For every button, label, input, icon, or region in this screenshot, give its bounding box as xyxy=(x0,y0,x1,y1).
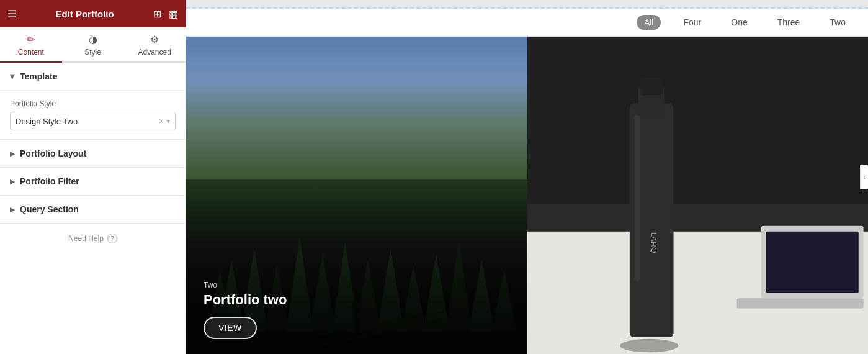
template-section-label: Template xyxy=(20,71,57,81)
portfolio-layout-section-header[interactable]: ▶ Portfolio Layout xyxy=(0,140,186,168)
view-btn-forest[interactable]: VIEW xyxy=(204,317,257,339)
select-arrow-icon: ▾ xyxy=(166,117,170,125)
filter-btn-four[interactable]: Four xyxy=(676,15,709,30)
svg-rect-27 xyxy=(634,115,640,282)
top-bar: ☰ Edit Portfolio ⊞ ▦ xyxy=(0,0,186,27)
template-section-body: Portfolio Style Design Style Two × ▾ xyxy=(0,91,186,140)
portfolio-style-value: Design Style Two xyxy=(16,117,159,126)
portfolio-title-forest: Portfolio two xyxy=(204,292,510,308)
template-section-header[interactable]: ▶ Template xyxy=(0,63,186,91)
grid-icon[interactable]: ⊞ xyxy=(153,8,161,20)
tabs-bar: ✏ Content ◑ Style ⚙ Advanced xyxy=(0,27,186,63)
svg-point-23 xyxy=(620,339,678,353)
query-section-label: Query Section xyxy=(20,204,79,214)
filter-btn-three[interactable]: Three xyxy=(770,15,808,30)
top-dashed-bar xyxy=(186,0,868,9)
right-panel: All Four One Three Two xyxy=(186,0,868,354)
portfolio-grid: Two Portfolio two VIEW xyxy=(186,37,868,354)
layout-icon[interactable]: ▦ xyxy=(169,8,178,20)
top-bar-right-icons: ⊞ ▦ xyxy=(153,8,178,20)
portfolio-item-forest: Two Portfolio two VIEW xyxy=(186,37,527,354)
tab-style-label: Style xyxy=(84,48,101,57)
portfolio-category-forest: Two xyxy=(204,281,510,289)
menu-icon[interactable]: ☰ xyxy=(7,8,16,20)
panel-content: ▶ Template Portfolio Style Design Style … xyxy=(0,63,186,354)
svg-rect-26 xyxy=(640,78,663,95)
help-icon[interactable]: ? xyxy=(107,234,117,243)
portfolio-filter-section-header[interactable]: ▶ Portfolio Filter xyxy=(0,168,186,196)
template-chevron-icon: ▶ xyxy=(9,74,16,79)
portfolio-overlay-forest: Two Portfolio two VIEW xyxy=(186,266,527,354)
layout-chevron-icon: ▶ xyxy=(10,150,15,157)
tab-advanced[interactable]: ⚙ Advanced xyxy=(123,27,186,63)
filter-btn-two[interactable]: Two xyxy=(822,15,853,30)
portfolio-layout-label: Portfolio Layout xyxy=(20,148,86,158)
need-help-text: Need Help xyxy=(68,234,104,243)
style-tab-icon: ◑ xyxy=(89,34,97,45)
svg-rect-21 xyxy=(527,37,869,204)
query-section-header[interactable]: ▶ Query Section xyxy=(0,196,186,224)
tab-content[interactable]: ✏ Content xyxy=(0,27,62,63)
filter-bar: All Four One Three Two xyxy=(186,9,868,37)
filter-chevron-icon: ▶ xyxy=(10,178,15,185)
tab-advanced-label: Advanced xyxy=(138,48,171,57)
portfolio-image-bottle: LARQ xyxy=(527,37,869,354)
query-chevron-icon: ▶ xyxy=(10,206,15,213)
svg-rect-31 xyxy=(736,298,863,308)
tab-content-label: Content xyxy=(18,48,44,57)
portfolio-style-label: Portfolio Style xyxy=(10,99,176,108)
panel-title: Edit Portfolio xyxy=(55,9,114,19)
left-panel: ☰ Edit Portfolio ⊞ ▦ ✏ Content ◑ Style ⚙… xyxy=(0,0,186,354)
portfolio-filter-label: Portfolio Filter xyxy=(20,176,79,186)
select-clear-icon[interactable]: × xyxy=(159,116,164,126)
top-bar-left-icons: ☰ xyxy=(7,8,16,20)
bottle-svg: LARQ xyxy=(527,37,869,354)
filter-btn-all[interactable]: All xyxy=(637,15,661,30)
portfolio-item-bottle: LARQ xyxy=(527,37,869,354)
portfolio-style-select[interactable]: Design Style Two × ▾ xyxy=(10,112,176,130)
svg-text:LARQ: LARQ xyxy=(650,232,658,253)
need-help-area: Need Help ? xyxy=(0,224,186,253)
content-tab-icon: ✏ xyxy=(27,34,35,45)
svg-rect-30 xyxy=(766,232,858,293)
filter-btn-one[interactable]: One xyxy=(723,15,754,30)
tab-style[interactable]: ◑ Style xyxy=(62,27,124,63)
advanced-tab-icon: ⚙ xyxy=(150,34,159,45)
